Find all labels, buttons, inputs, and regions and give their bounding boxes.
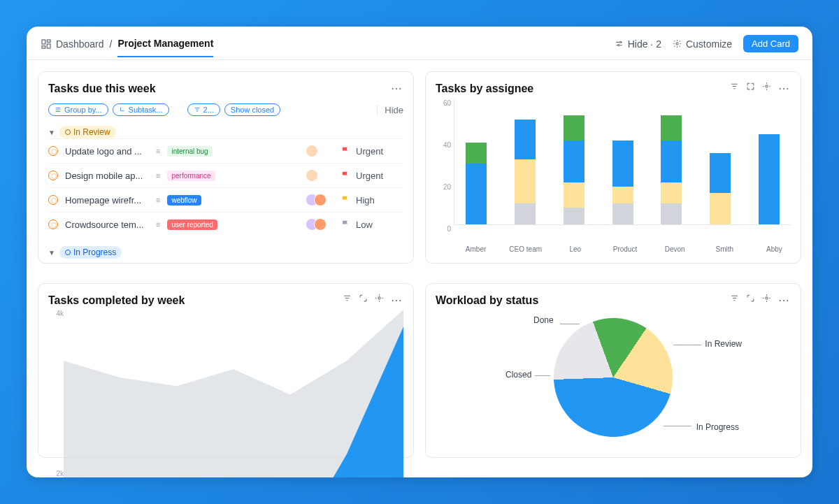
customize-button[interactable]: Customize [673, 38, 732, 50]
status-ring-icon[interactable] [48, 219, 58, 229]
task-row[interactable]: Crowdsource tem... ≡ user reported Low [48, 212, 403, 236]
assignee-avatars[interactable] [306, 169, 334, 182]
chip-label: Show closed [231, 106, 274, 114]
task-tag[interactable]: webflow [167, 195, 201, 206]
bar-plot [454, 99, 791, 225]
hide-button[interactable]: Hide · 2 [615, 38, 661, 50]
svg-rect-1 [47, 40, 50, 42]
gear-icon[interactable] [762, 294, 771, 303]
breadcrumb-current[interactable]: Project Management [117, 38, 213, 57]
list-icon: ≡ [156, 196, 160, 204]
header: Dashboard / Project Management Hide · 2 … [27, 27, 812, 60]
task-priority[interactable]: Urgent [340, 171, 403, 181]
dashboard-icon [41, 38, 52, 50]
priority-text: Urgent [356, 171, 383, 181]
task-name: Design mobile ap... [65, 171, 149, 181]
filter-icon[interactable] [730, 294, 739, 303]
task-row[interactable]: Homepage wirefr... ≡ webflow High [48, 187, 403, 212]
breadcrumb-root-label: Dashboard [56, 38, 104, 50]
task-name: Crowdsource tem... [65, 219, 149, 230]
status-ring-icon[interactable] [48, 195, 58, 205]
pie-label-review: In Review [705, 339, 742, 349]
more-icon[interactable]: ⋯ [778, 82, 791, 95]
assignee-avatars[interactable] [306, 145, 334, 157]
area-y-axis: 4k2k0 [48, 310, 64, 477]
card-tasks-completed: Tasks completed by week ⋯ 4k2k0 Jan 3Feb… [38, 283, 414, 458]
flag-icon [340, 195, 350, 205]
header-actions: Hide · 2 Customize Add Card [615, 35, 798, 59]
more-icon[interactable]: ⋯ [778, 294, 791, 307]
chip-subtask[interactable]: Subtask... [113, 103, 169, 116]
card-title: Tasks by assignee [436, 82, 533, 95]
filter-icon[interactable] [730, 82, 739, 91]
status-pill[interactable]: In Progress [59, 246, 122, 259]
chevron-down-icon[interactable]: ▼ [48, 129, 55, 136]
status-pill[interactable]: In Review [59, 126, 116, 138]
pie-label-done: Done [533, 315, 554, 325]
task-name: Homepage wirefr... [65, 195, 149, 206]
priority-text: Low [356, 219, 373, 230]
svg-rect-3 [42, 45, 45, 48]
area-plot [64, 310, 403, 477]
list-icon: ≡ [156, 147, 160, 155]
pie-label-progress: In Progress [696, 422, 739, 432]
breadcrumb-root[interactable]: Dashboard [41, 38, 104, 57]
chevron-down-icon[interactable]: ▼ [48, 249, 55, 257]
content-grid: Tasks due this week ⋯ Group by... Subtas… [27, 60, 812, 477]
gear-icon [673, 39, 682, 48]
card-title: Tasks completed by week [48, 294, 185, 307]
sliders-icon [615, 39, 624, 48]
task-tag[interactable]: internal bug [167, 146, 212, 157]
svg-point-7 [766, 85, 768, 87]
chip-row: Group by... Subtask... 2... Show closed … [48, 103, 403, 116]
task-priority[interactable]: Urgent [340, 146, 403, 157]
task-tag[interactable]: performance [167, 171, 215, 181]
card-title: Workload by status [436, 294, 538, 307]
card-workload: Workload by status ⋯ Done In Review Clos… [425, 283, 801, 458]
chip-show-closed[interactable]: Show closed [224, 103, 280, 116]
chip-label: Subtask... [129, 106, 163, 114]
hide-link[interactable]: Hide [377, 105, 403, 115]
task-row[interactable]: Update logo and ... ≡ internal bug Urgen… [48, 138, 403, 163]
task-priority[interactable]: High [340, 195, 403, 206]
expand-icon[interactable] [746, 294, 755, 303]
task-priority[interactable]: Low [340, 219, 403, 230]
hide-label: Hide · 2 [628, 38, 661, 50]
expand-icon[interactable] [746, 82, 755, 91]
gear-icon[interactable] [375, 294, 384, 303]
svg-rect-2 [47, 44, 50, 48]
svg-point-4 [619, 41, 621, 43]
bar-chart: 6040200 [436, 99, 791, 245]
svg-point-5 [618, 45, 619, 46]
priority-text: High [356, 195, 375, 206]
card-title: Tasks due this week [48, 82, 156, 95]
list-icon: ≡ [156, 171, 160, 180]
task-tag[interactable]: user reported [167, 219, 217, 230]
gear-icon[interactable] [762, 82, 771, 91]
area-chart: 4k2k0 [48, 310, 403, 477]
chip-group-by[interactable]: Group by... [48, 103, 108, 116]
task-name: Update logo and ... [65, 146, 149, 157]
status-ring-icon[interactable] [48, 171, 58, 180]
pie-chart: Done In Review Closed In Progress [436, 307, 791, 447]
svg-rect-0 [42, 40, 45, 44]
flag-icon [340, 219, 350, 229]
flag-icon [340, 171, 350, 180]
add-card-button[interactable]: Add Card [743, 35, 798, 52]
chip-label: Group by... [64, 106, 102, 114]
status-ring-icon[interactable] [48, 146, 58, 156]
pie-label-closed: Closed [505, 370, 531, 380]
chip-label: 2... [203, 106, 214, 114]
svg-point-9 [766, 297, 768, 299]
chip-filter-count[interactable]: 2... [187, 103, 220, 116]
more-icon[interactable]: ⋯ [391, 82, 403, 95]
card-tasks-assignee: Tasks by assignee ⋯ 6040200 AmberCEO tea… [425, 71, 801, 264]
bar-x-axis: AmberCEO teamLeoProductDevonSmithAbby [436, 245, 791, 253]
assignee-avatars[interactable] [306, 218, 334, 231]
filter-icon[interactable] [343, 294, 352, 303]
assignee-avatars[interactable] [306, 194, 334, 206]
expand-icon[interactable] [359, 294, 368, 303]
card-tasks-due: Tasks due this week ⋯ Group by... Subtas… [38, 71, 414, 264]
task-row[interactable]: Design mobile ap... ≡ performance Urgent [48, 163, 403, 187]
more-icon[interactable]: ⋯ [391, 294, 403, 307]
